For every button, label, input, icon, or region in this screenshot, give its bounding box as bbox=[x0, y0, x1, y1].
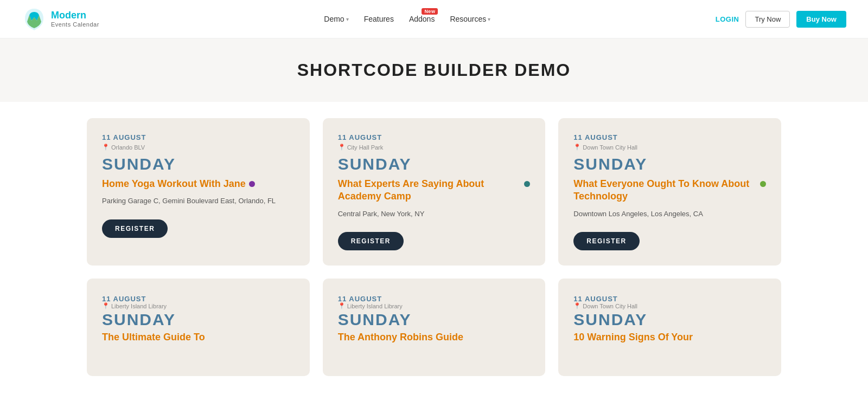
event-card-partial-1: 11 AUGUST 📍 Liberty Island Library SUNDA… bbox=[87, 279, 310, 376]
event-day-p3: SUNDAY bbox=[573, 310, 766, 329]
event-dot-1 bbox=[249, 181, 255, 187]
register-button-2[interactable]: REGISTER bbox=[338, 232, 404, 250]
event-title-row-1: Home Yoga Workout With Jane bbox=[102, 178, 295, 190]
login-button[interactable]: LOGIN bbox=[716, 15, 739, 23]
register-button-1[interactable]: REGISTER bbox=[102, 219, 168, 238]
event-location-row-1: 📍 Orlando BLV bbox=[102, 144, 295, 151]
event-title-3: What Everyone Ought To Know About Techno… bbox=[573, 178, 757, 203]
events-grid-row2: 11 AUGUST 📍 Liberty Island Library SUNDA… bbox=[54, 266, 814, 376]
pin-icon: 📍 bbox=[102, 144, 110, 151]
event-address-3: Downtown Los Angeles, Los Angeles, CA bbox=[573, 209, 766, 219]
event-title-row-2: What Experts Are Saying About Academy Ca… bbox=[338, 178, 531, 203]
event-card-partial-3: 11 AUGUST 📍 Down Town City Hall SUNDAY 1… bbox=[558, 279, 781, 376]
buy-now-button[interactable]: Buy Now bbox=[796, 11, 846, 28]
new-badge: New bbox=[422, 8, 438, 15]
event-card-partial-2: 11 AUGUST 📍 Liberty Island Library SUNDA… bbox=[323, 279, 546, 376]
event-title-p1: The Ultimate Guide To bbox=[102, 331, 295, 344]
event-day-2: SUNDAY bbox=[338, 155, 531, 173]
event-location-row-p2: 📍 Liberty Island Library bbox=[338, 302, 531, 309]
event-dot-2 bbox=[524, 181, 530, 187]
event-day-3: SUNDAY bbox=[573, 155, 766, 173]
pin-icon: 📍 bbox=[338, 144, 346, 151]
hero-section: SHORTCODE BUILDER DEMO bbox=[0, 38, 868, 102]
pin-icon: 📍 bbox=[573, 302, 581, 309]
event-title-2: What Experts Are Saying About Academy Ca… bbox=[338, 178, 521, 203]
event-location-row-p3: 📍 Down Town City Hall bbox=[573, 302, 766, 309]
logo-icon bbox=[22, 7, 47, 31]
event-title-1: Home Yoga Workout With Jane bbox=[102, 178, 246, 190]
event-day-p2: SUNDAY bbox=[338, 310, 531, 329]
logo-sub-text: Events Calendar bbox=[51, 21, 99, 28]
chevron-down-icon: ▾ bbox=[346, 16, 349, 22]
event-date-1: 11 AUGUST bbox=[102, 133, 295, 141]
logo[interactable]: Modern Events Calendar bbox=[22, 7, 99, 31]
nav-features[interactable]: Features bbox=[364, 15, 394, 23]
nav-demo[interactable]: Demo ▾ bbox=[324, 15, 348, 23]
main-nav: Demo ▾ Features Addons New Resources ▾ bbox=[324, 15, 490, 23]
event-card-2: 11 AUGUST 📍 City Hall Park SUNDAY What E… bbox=[323, 118, 546, 266]
event-location-2: City Hall Park bbox=[347, 144, 384, 151]
event-day-p1: SUNDAY bbox=[102, 310, 295, 329]
event-location-row-p1: 📍 Liberty Island Library bbox=[102, 302, 295, 309]
pin-icon: 📍 bbox=[338, 302, 346, 309]
try-now-button[interactable]: Try Now bbox=[745, 11, 790, 28]
pin-icon: 📍 bbox=[573, 144, 581, 151]
event-location-p2: Liberty Island Library bbox=[347, 303, 403, 309]
event-title-p2: The Anthony Robins Guide bbox=[338, 331, 531, 344]
register-button-3[interactable]: REGISTER bbox=[573, 232, 639, 250]
page-title: SHORTCODE BUILDER DEMO bbox=[11, 60, 857, 80]
event-location-row-3: 📍 Down Town City Hall bbox=[573, 144, 766, 151]
event-address-1: Parking Garage C, Gemini Boulevard East,… bbox=[102, 196, 295, 206]
event-location-row-2: 📍 City Hall Park bbox=[338, 144, 531, 151]
event-day-1: SUNDAY bbox=[102, 155, 295, 173]
event-card-1: 11 AUGUST 📍 Orlando BLV SUNDAY Home Yoga… bbox=[87, 118, 310, 266]
event-location-1: Orlando BLV bbox=[111, 144, 145, 151]
event-date-2: 11 AUGUST bbox=[338, 133, 531, 141]
chevron-down-icon: ▾ bbox=[488, 16, 490, 22]
event-location-p3: Down Town City Hall bbox=[583, 303, 637, 309]
logo-modern-text: Modern bbox=[51, 10, 99, 21]
header: Modern Events Calendar Demo ▾ Features A… bbox=[0, 0, 868, 38]
header-actions: LOGIN Try Now Buy Now bbox=[716, 11, 846, 28]
event-date-3: 11 AUGUST bbox=[573, 133, 766, 141]
event-address-2: Central Park, New York, NY bbox=[338, 209, 531, 219]
nav-resources[interactable]: Resources ▾ bbox=[450, 15, 490, 23]
events-grid-row1: 11 AUGUST 📍 Orlando BLV SUNDAY Home Yoga… bbox=[54, 102, 814, 266]
event-card-3: 11 AUGUST 📍 Down Town City Hall SUNDAY W… bbox=[558, 118, 781, 266]
event-location-p1: Liberty Island Library bbox=[111, 303, 167, 309]
event-dot-3 bbox=[760, 181, 766, 187]
event-title-row-3: What Everyone Ought To Know About Techno… bbox=[573, 178, 766, 203]
event-location-3: Down Town City Hall bbox=[583, 144, 637, 151]
pin-icon: 📍 bbox=[102, 302, 110, 309]
event-title-p3: 10 Warning Signs Of Your bbox=[573, 331, 766, 344]
nav-addons[interactable]: Addons New bbox=[409, 15, 435, 23]
